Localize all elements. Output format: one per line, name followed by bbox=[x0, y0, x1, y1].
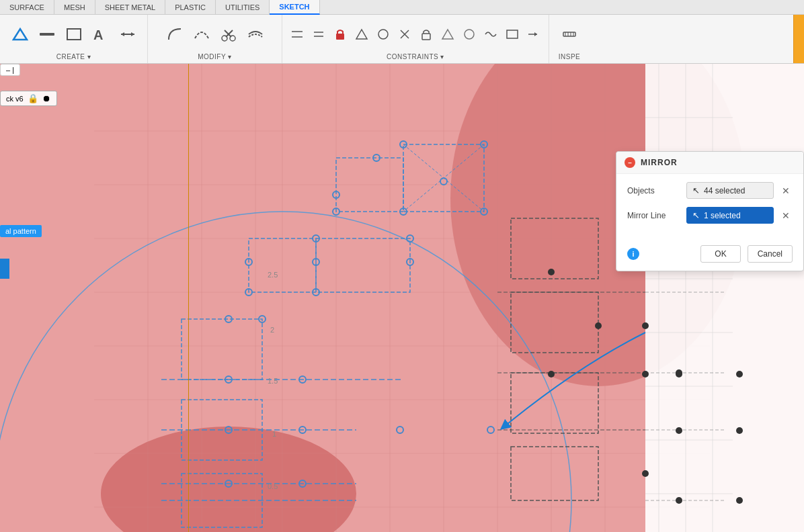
svg-marker-7 bbox=[131, 32, 134, 36]
create-sketch-icon[interactable] bbox=[8, 24, 32, 45]
objects-selection-badge[interactable]: ↖ 44 selected bbox=[686, 182, 774, 199]
svg-line-69 bbox=[403, 144, 484, 212]
svg-point-104 bbox=[313, 289, 319, 296]
svg-rect-82 bbox=[511, 218, 598, 279]
constraint-wave[interactable] bbox=[481, 26, 500, 42]
svg-point-119 bbox=[642, 322, 649, 329]
svg-rect-53 bbox=[645, 64, 804, 532]
cursor-icon: ↖ bbox=[692, 185, 700, 195]
objects-count: 44 selected bbox=[704, 186, 745, 195]
svg-point-112 bbox=[487, 427, 494, 433]
svg-marker-0 bbox=[13, 29, 27, 40]
svg-point-65 bbox=[0, 212, 571, 532]
modify-label: MODIFY ▾ bbox=[198, 53, 231, 60]
create-label: CREATE ▾ bbox=[56, 53, 91, 60]
svg-rect-70 bbox=[249, 238, 316, 292]
rectangle-icon[interactable] bbox=[62, 24, 86, 45]
svg-point-117 bbox=[548, 269, 555, 275]
mirror-title: MIRROR bbox=[641, 158, 678, 167]
inspect-icons bbox=[560, 16, 579, 52]
tab-bar: SURFACE MESH SHEET METAL PLASTIC UTILITI… bbox=[0, 0, 804, 15]
mirror-line-clear-button[interactable]: ✕ bbox=[779, 210, 793, 222]
tab-plastic[interactable]: PLASTIC bbox=[165, 0, 216, 15]
text-icon[interactable]: A bbox=[89, 24, 113, 45]
fillet-icon[interactable] bbox=[163, 24, 187, 45]
modify-icons bbox=[163, 16, 268, 52]
svg-point-98 bbox=[313, 235, 319, 242]
line-icon[interactable] bbox=[35, 24, 59, 45]
svg-point-93 bbox=[481, 208, 487, 215]
tab-utilities[interactable]: UTILITIES bbox=[216, 0, 270, 15]
svg-line-68 bbox=[403, 144, 484, 212]
constraint-rect[interactable] bbox=[503, 26, 522, 42]
svg-rect-81 bbox=[511, 447, 598, 500]
svg-point-94 bbox=[440, 178, 447, 185]
svg-point-106 bbox=[259, 316, 266, 322]
pattern-label[interactable]: al pattern bbox=[0, 225, 42, 237]
svg-rect-73 bbox=[182, 400, 262, 460]
svg-point-110 bbox=[299, 427, 306, 433]
constraint-triangle[interactable] bbox=[352, 26, 371, 42]
svg-point-123 bbox=[736, 371, 743, 378]
svg-point-99 bbox=[407, 235, 413, 242]
svg-rect-72 bbox=[182, 319, 262, 380]
dimension-icon[interactable] bbox=[116, 24, 140, 45]
svg-point-95 bbox=[400, 208, 407, 215]
constraint-equal[interactable] bbox=[309, 26, 328, 42]
tab-surface[interactable]: SURFACE bbox=[0, 0, 54, 15]
svg-point-107 bbox=[225, 376, 232, 383]
minimize-dash: – | bbox=[6, 66, 14, 74]
svg-point-96 bbox=[333, 208, 339, 215]
constraint-triangle2[interactable] bbox=[438, 26, 457, 42]
objects-row: Objects ↖ 44 selected ✕ bbox=[627, 182, 793, 199]
tab-sketch[interactable]: SKETCH bbox=[270, 0, 319, 15]
svg-text:1: 1 bbox=[272, 430, 276, 438]
constraint-arrow[interactable] bbox=[524, 26, 543, 42]
constraint-lock[interactable] bbox=[331, 26, 350, 42]
arc-icon[interactable] bbox=[190, 24, 214, 45]
svg-rect-67 bbox=[403, 144, 484, 212]
svg-point-114 bbox=[299, 480, 306, 487]
mirror-line-selection-badge[interactable]: ↖ 1 selected bbox=[686, 207, 774, 224]
constraint-parallel[interactable] bbox=[288, 26, 307, 42]
tab-mesh[interactable]: MESH bbox=[54, 0, 95, 15]
constraint-lock2[interactable] bbox=[417, 26, 436, 42]
svg-marker-6 bbox=[121, 32, 124, 36]
svg-text:2: 2 bbox=[270, 326, 274, 334]
svg-point-23 bbox=[465, 30, 474, 39]
inspect-measure[interactable] bbox=[560, 26, 579, 42]
mirror-title-bar: – MIRROR bbox=[616, 152, 803, 174]
mirror-line-row: Mirror Line ↖ 1 selected ✕ bbox=[627, 207, 793, 224]
ok-button[interactable]: OK bbox=[700, 245, 740, 263]
svg-point-108 bbox=[299, 376, 306, 383]
svg-point-127 bbox=[676, 497, 682, 504]
svg-point-100 bbox=[245, 259, 252, 265]
offset-icon[interactable] bbox=[243, 24, 268, 45]
svg-rect-66 bbox=[336, 158, 403, 212]
constraint-circle2[interactable] bbox=[460, 26, 479, 42]
minimize-bar[interactable]: – | bbox=[0, 64, 20, 76]
version-text: ck v6 bbox=[6, 95, 24, 103]
svg-marker-22 bbox=[442, 30, 453, 39]
trim-icon[interactable] bbox=[216, 24, 241, 45]
svg-point-91 bbox=[400, 141, 407, 148]
svg-rect-3 bbox=[67, 29, 81, 40]
canvas-area[interactable]: – | ck v6 🔒 ⏺ al pattern bbox=[0, 64, 804, 532]
lock-icon: 🔒 bbox=[28, 93, 38, 103]
blue-block bbox=[0, 259, 9, 279]
svg-marker-26 bbox=[534, 32, 537, 36]
tab-sheet-metal[interactable]: SHEET METAL bbox=[95, 0, 165, 15]
inspect-label: INSPE bbox=[559, 53, 581, 60]
svg-point-129 bbox=[676, 369, 682, 376]
mirror-close-button[interactable]: – bbox=[625, 157, 635, 168]
info-icon: i bbox=[627, 248, 639, 260]
objects-clear-button[interactable]: ✕ bbox=[779, 185, 793, 197]
cancel-button[interactable]: Cancel bbox=[748, 245, 793, 263]
constraint-x[interactable] bbox=[395, 26, 414, 42]
svg-point-105 bbox=[225, 316, 232, 322]
constraint-circle[interactable] bbox=[374, 26, 393, 42]
svg-text:0.5: 0.5 bbox=[268, 482, 278, 490]
svg-point-97 bbox=[333, 191, 339, 198]
cursor-icon-2: ↖ bbox=[692, 210, 700, 220]
svg-rect-80 bbox=[511, 373, 598, 433]
